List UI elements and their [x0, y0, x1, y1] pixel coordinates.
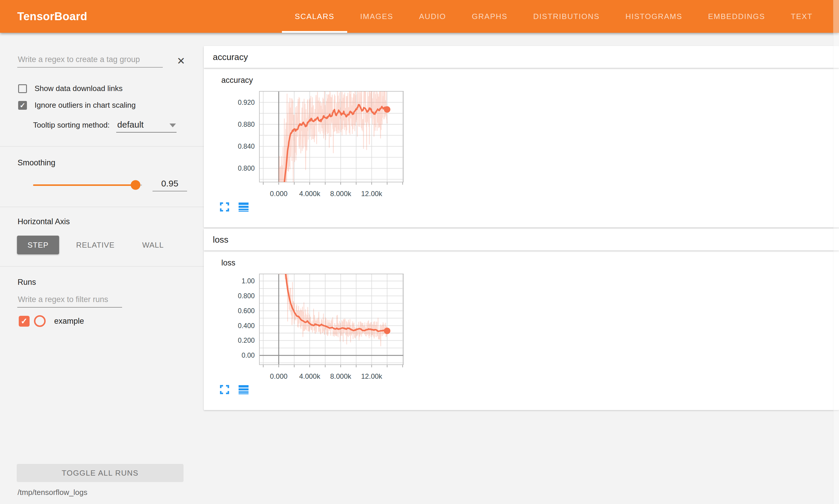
loss-chart[interactable]: 0.000.2000.4000.6000.8001.000.0004.000k8… — [217, 268, 839, 383]
loss-plot[interactable]: 0.000.2000.4000.6000.8001.000.0004.000k8… — [217, 268, 418, 382]
tag-filter-input[interactable] — [17, 53, 163, 68]
slider-fill — [33, 184, 136, 186]
app-header: TensorBoard SCALARSIMAGESAUDIOGRAPHSDIST… — [0, 0, 839, 33]
chart-actions — [219, 202, 839, 212]
expand-icon[interactable] — [219, 384, 230, 395]
svg-text:4.000k: 4.000k — [299, 372, 321, 380]
smoothing-value[interactable]: 0.95 — [153, 179, 187, 192]
pane-title: accuracy — [213, 52, 248, 62]
close-icon[interactable]: ✕ — [176, 56, 186, 68]
runs-filter-row — [17, 293, 192, 308]
checkbox-box: ✓ — [18, 84, 27, 93]
chart-title: accuracy — [221, 76, 839, 85]
pane-body: accuracy 0.8000.8400.8800.9200.0004.000k… — [204, 68, 839, 228]
run-color-swatch-icon — [34, 315, 46, 327]
svg-text:8.000k: 8.000k — [330, 372, 352, 380]
tag-pane-loss: loss loss 0.000.2000.4000.6000.8001.000.… — [204, 229, 839, 410]
pane-title: loss — [213, 235, 228, 245]
svg-text:0.400: 0.400 — [238, 322, 255, 329]
svg-text:0.800: 0.800 — [238, 164, 255, 172]
svg-text:1.00: 1.00 — [242, 277, 255, 285]
tag-pane-accuracy: accuracy accuracy 0.8000.8400.8800.9200.… — [204, 46, 839, 228]
tab-histograms[interactable]: HISTOGRAMS — [612, 0, 695, 33]
pane-body: loss 0.000.2000.4000.6000.8001.000.0004.… — [204, 251, 839, 410]
toggle-all-runs-button[interactable]: TOGGLE ALL RUNS — [17, 464, 183, 482]
run-item-example[interactable]: ✓example — [19, 315, 204, 327]
nav-tabs: SCALARSIMAGESAUDIOGRAPHSDISTRIBUTIONSHIS… — [282, 0, 825, 33]
runs-selector-icon[interactable] — [238, 384, 249, 395]
smoothing-slider[interactable] — [33, 184, 142, 186]
main-panel: accuracy accuracy 0.8000.8400.8800.9200.… — [204, 33, 839, 504]
divider — [0, 146, 204, 147]
tab-embeddings[interactable]: EMBEDDINGS — [695, 0, 778, 33]
axis-button-relative[interactable]: RELATIVE — [66, 236, 125, 254]
pane-header[interactable]: loss — [204, 229, 839, 251]
divider — [0, 266, 204, 267]
accuracy-chart[interactable]: 0.8000.8400.8800.9200.0004.000k8.000k12.… — [217, 85, 839, 201]
horizontal-axis-heading: Horizontal Axis — [18, 217, 204, 226]
divider — [0, 206, 204, 207]
sidebar-bottom: TOGGLE ALL RUNS /tmp/tensorflow_logs — [0, 464, 204, 497]
svg-text:0.920: 0.920 — [238, 98, 255, 106]
tab-scalars[interactable]: SCALARS — [282, 0, 347, 33]
tab-distributions[interactable]: DISTRIBUTIONS — [520, 0, 613, 33]
svg-text:0.00: 0.00 — [242, 352, 255, 359]
tooltip-sorting-label: Tooltip sorting method: — [33, 121, 110, 132]
tooltip-sorting-select[interactable]: default — [116, 120, 177, 132]
expand-icon[interactable] — [219, 202, 230, 212]
checkbox-label: Show data download links — [35, 84, 123, 93]
tensorboard-app: TensorBoard SCALARSIMAGESAUDIOGRAPHSDIST… — [0, 0, 839, 504]
svg-text:0.840: 0.840 — [238, 143, 255, 150]
tooltip-sorting-row: Tooltip sorting method: default — [33, 120, 204, 132]
tag-filter-row: ✕ — [17, 53, 192, 68]
ignore-outliers-checkbox[interactable]: ✓ Ignore outliers in chart scaling — [18, 101, 204, 110]
show-download-links-checkbox[interactable]: ✓ Show data download links — [18, 84, 204, 93]
svg-text:4.000k: 4.000k — [299, 190, 321, 198]
svg-text:12.00k: 12.00k — [361, 372, 382, 380]
horizontal-axis-buttons: STEPRELATIVEWALL — [17, 236, 204, 254]
svg-text:8.000k: 8.000k — [330, 190, 352, 198]
smoothing-slider-row: 0.95 — [33, 179, 204, 192]
svg-text:0.000: 0.000 — [270, 372, 287, 380]
content-area: ✕ ✓ Show data download links ✓ Ignore ou… — [0, 33, 839, 504]
chevron-down-icon — [169, 124, 176, 127]
chart-actions — [219, 384, 839, 395]
vertical-scrollbar[interactable] — [833, 0, 839, 504]
tab-audio[interactable]: AUDIO — [406, 0, 459, 33]
tooltip-sorting-value: default — [118, 120, 144, 129]
runs-filter-input[interactable] — [17, 293, 122, 308]
runs-heading: Runs — [18, 278, 204, 287]
tab-graphs[interactable]: GRAPHS — [459, 0, 520, 33]
svg-text:12.00k: 12.00k — [361, 190, 382, 198]
log-path: /tmp/tensorflow_logs — [18, 488, 204, 497]
run-label: example — [54, 317, 84, 326]
svg-text:0.200: 0.200 — [238, 337, 255, 344]
checkmark-icon: ✓ — [20, 101, 25, 109]
app-title: TensorBoard — [17, 10, 87, 23]
chart-title: loss — [221, 258, 839, 268]
checkbox-label: Ignore outliers in chart scaling — [35, 101, 136, 110]
accuracy-plot[interactable]: 0.8000.8400.8800.9200.0004.000k8.000k12.… — [217, 85, 418, 200]
tab-text[interactable]: TEXT — [778, 0, 825, 33]
run-checkbox[interactable]: ✓ — [19, 316, 30, 327]
slider-thumb[interactable] — [130, 180, 140, 190]
axis-button-wall[interactable]: WALL — [132, 236, 175, 254]
smoothing-heading: Smoothing — [18, 158, 204, 167]
svg-text:0.000: 0.000 — [270, 190, 287, 198]
run-list: ✓example — [0, 315, 204, 327]
pane-header[interactable]: accuracy — [204, 46, 839, 68]
tab-images[interactable]: IMAGES — [347, 0, 406, 33]
svg-text:0.600: 0.600 — [238, 307, 255, 314]
svg-text:0.800: 0.800 — [238, 292, 255, 300]
svg-text:0.880: 0.880 — [238, 121, 255, 128]
checkbox-box: ✓ — [18, 101, 27, 110]
axis-button-step[interactable]: STEP — [17, 236, 59, 254]
runs-selector-icon[interactable] — [238, 202, 249, 212]
sidebar: ✕ ✓ Show data download links ✓ Ignore ou… — [0, 33, 204, 504]
